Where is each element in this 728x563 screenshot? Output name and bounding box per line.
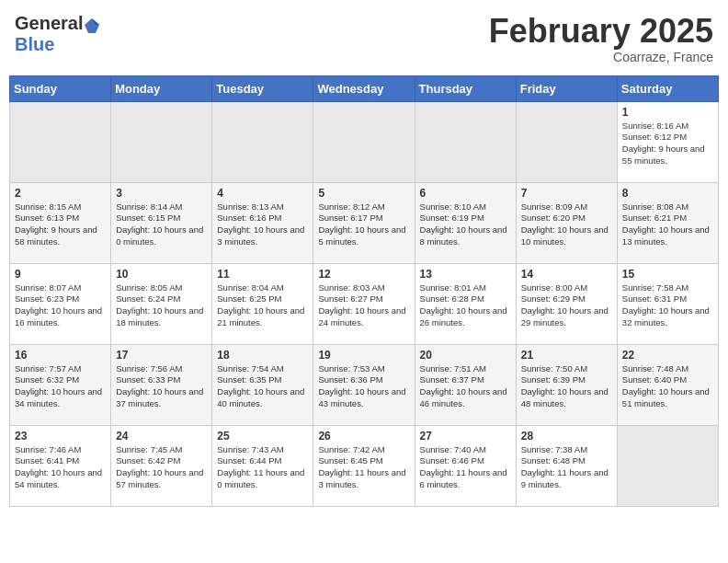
day-info: Sunrise: 7:46 AM Sunset: 6:41 PM Dayligh… [15,444,106,491]
sunset: Sunset: 6:16 PM [217,213,281,223]
header-monday: Monday [111,75,212,101]
calendar-cell-w5-d5: 27 Sunrise: 7:40 AM Sunset: 6:46 PM Dayl… [415,425,516,506]
calendar-cell-w4-d7: 22 Sunrise: 7:48 AM Sunset: 6:40 PM Dayl… [617,344,718,425]
day-number: 15 [622,268,713,281]
day-info: Sunrise: 7:54 AM Sunset: 6:35 PM Dayligh… [217,363,308,410]
sunrise: Sunrise: 8:00 AM [521,282,587,293]
calendar-cell-w2-d7: 8 Sunrise: 8:08 AM Sunset: 6:21 PM Dayli… [617,182,718,263]
daylight: Daylight: 10 hours and 43 minutes. [318,386,405,408]
day-info: Sunrise: 7:56 AM Sunset: 6:33 PM Dayligh… [116,363,207,410]
daylight: Daylight: 10 hours and 13 minutes. [622,224,710,247]
day-number: 22 [622,349,713,362]
sunrise: Sunrise: 8:08 AM [622,201,688,212]
daylight: Daylight: 10 hours and 16 minutes. [15,305,102,327]
logo-icon [84,17,100,34]
calendar-cell-w4-d6: 21 Sunrise: 7:50 AM Sunset: 6:39 PM Dayl… [516,344,617,425]
sunrise: Sunrise: 7:54 AM [217,363,283,373]
calendar-cell-w5-d7 [617,425,718,506]
day-number: 3 [116,187,207,200]
calendar-cell-w4-d3: 18 Sunrise: 7:54 AM Sunset: 6:35 PM Dayl… [212,344,313,425]
sunset: Sunset: 6:48 PM [521,455,586,465]
sunrise: Sunrise: 7:51 AM [420,363,486,373]
day-number: 2 [15,187,106,200]
day-number: 18 [217,349,308,362]
daylight: Daylight: 9 hours and 55 minutes. [622,144,705,166]
day-number: 10 [116,268,207,281]
title-area: February 2025 Coarraze, France [489,13,713,64]
daylight: Daylight: 11 hours and 3 minutes. [318,467,405,489]
day-number: 27 [420,430,511,442]
daylight: Daylight: 10 hours and 5 minutes. [318,224,405,247]
logo-blue: Blue [15,34,54,54]
sunrise: Sunrise: 7:48 AM [622,363,688,373]
sunset: Sunset: 6:39 PM [521,374,586,385]
daylight: Daylight: 10 hours and 29 minutes. [521,305,609,327]
sunset: Sunset: 6:21 PM [622,213,687,223]
daylight: Daylight: 10 hours and 10 minutes. [521,224,609,247]
calendar-cell-w1-d5 [415,101,516,182]
calendar-cell-w1-d7: 1 Sunrise: 8:16 AM Sunset: 6:12 PM Dayli… [617,101,718,182]
calendar-cell-w2-d3: 4 Sunrise: 8:13 AM Sunset: 6:16 PM Dayli… [212,182,313,263]
header-tuesday: Tuesday [212,75,313,101]
day-number: 17 [116,349,207,362]
daylight: Daylight: 10 hours and 32 minutes. [622,305,710,327]
header-wednesday: Wednesday [313,75,415,101]
calendar-header-row: Sunday Monday Tuesday Wednesday Thursday… [10,75,719,101]
sunrise: Sunrise: 8:14 AM [116,201,182,212]
daylight: Daylight: 10 hours and 21 minutes. [217,305,304,327]
sunset: Sunset: 6:42 PM [116,455,180,465]
day-info: Sunrise: 7:48 AM Sunset: 6:40 PM Dayligh… [622,363,713,410]
sunrise: Sunrise: 7:50 AM [521,363,587,373]
day-number: 25 [217,430,308,442]
calendar-cell-w5-d4: 26 Sunrise: 7:42 AM Sunset: 6:45 PM Dayl… [313,425,415,506]
day-number: 7 [521,187,612,200]
day-info: Sunrise: 8:12 AM Sunset: 6:17 PM Dayligh… [318,201,409,248]
sunset: Sunset: 6:23 PM [15,293,79,304]
day-number: 1 [622,106,713,119]
daylight: Daylight: 10 hours and 40 minutes. [217,386,304,408]
calendar-cell-w3-d4: 12 Sunrise: 8:03 AM Sunset: 6:27 PM Dayl… [313,263,415,344]
sunset: Sunset: 6:25 PM [217,293,281,304]
day-info: Sunrise: 8:00 AM Sunset: 6:29 PM Dayligh… [521,282,612,329]
day-info: Sunrise: 7:45 AM Sunset: 6:42 PM Dayligh… [116,444,207,491]
daylight: Daylight: 10 hours and 46 minutes. [420,386,507,408]
calendar-cell-w4-d4: 19 Sunrise: 7:53 AM Sunset: 6:36 PM Dayl… [313,344,415,425]
calendar-cell-w2-d6: 7 Sunrise: 8:09 AM Sunset: 6:20 PM Dayli… [516,182,617,263]
daylight: Daylight: 10 hours and 34 minutes. [15,386,102,408]
sunset: Sunset: 6:32 PM [15,374,79,385]
calendar-week-2: 2 Sunrise: 8:15 AM Sunset: 6:13 PM Dayli… [10,182,719,263]
sunrise: Sunrise: 8:15 AM [15,201,81,212]
daylight: Daylight: 10 hours and 8 minutes. [420,224,507,247]
day-number: 16 [15,349,106,362]
day-number: 23 [15,430,106,442]
sunset: Sunset: 6:29 PM [521,293,586,304]
calendar-cell-w5-d6: 28 Sunrise: 7:38 AM Sunset: 6:48 PM Dayl… [516,425,617,506]
day-number: 5 [318,187,409,200]
daylight: Daylight: 10 hours and 18 minutes. [116,305,203,327]
day-info: Sunrise: 7:42 AM Sunset: 6:45 PM Dayligh… [318,444,409,491]
sunset: Sunset: 6:24 PM [116,293,180,304]
daylight: Daylight: 11 hours and 9 minutes. [521,467,609,489]
sunrise: Sunrise: 7:57 AM [15,363,81,373]
day-number: 8 [622,187,713,200]
calendar-cell-w3-d1: 9 Sunrise: 8:07 AM Sunset: 6:23 PM Dayli… [10,263,111,344]
daylight: Daylight: 10 hours and 51 minutes. [622,386,710,408]
sunrise: Sunrise: 7:46 AM [15,444,81,454]
daylight: Daylight: 10 hours and 37 minutes. [116,386,203,408]
day-info: Sunrise: 7:53 AM Sunset: 6:36 PM Dayligh… [318,363,409,410]
day-number: 20 [420,349,511,362]
sunset: Sunset: 6:46 PM [420,455,484,465]
day-info: Sunrise: 8:01 AM Sunset: 6:28 PM Dayligh… [420,282,511,329]
location: Coarraze, France [489,50,713,64]
sunrise: Sunrise: 7:53 AM [318,363,384,373]
sunrise: Sunrise: 7:45 AM [116,444,182,454]
calendar-week-4: 16 Sunrise: 7:57 AM Sunset: 6:32 PM Dayl… [10,344,719,425]
day-info: Sunrise: 8:16 AM Sunset: 6:12 PM Dayligh… [622,121,713,167]
calendar-table: Sunday Monday Tuesday Wednesday Thursday… [9,75,719,507]
sunset: Sunset: 6:28 PM [420,293,484,304]
sunrise: Sunrise: 7:42 AM [318,444,384,454]
day-number: 13 [420,268,511,281]
sunset: Sunset: 6:20 PM [521,213,586,223]
day-info: Sunrise: 8:08 AM Sunset: 6:21 PM Dayligh… [622,201,713,248]
sunrise: Sunrise: 8:12 AM [318,201,384,212]
